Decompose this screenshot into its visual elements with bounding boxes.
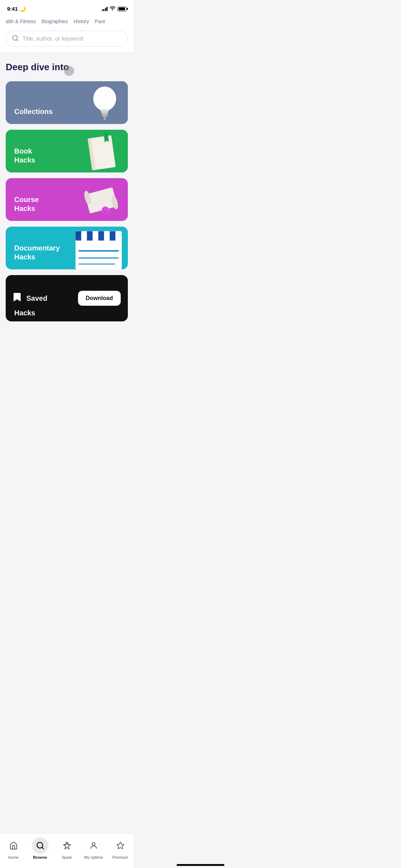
status-icons [102, 6, 127, 12]
signal-icon [102, 7, 108, 11]
documentary-hacks-card[interactable]: DocumentaryHacks [6, 227, 128, 269]
documentary-hacks-label: DocumentaryHacks [14, 244, 60, 262]
svg-rect-33 [110, 231, 115, 241]
svg-line-1 [17, 40, 18, 41]
battery-icon [118, 7, 126, 11]
course-hacks-card[interactable]: CourseHacks [6, 178, 128, 221]
svg-rect-4 [100, 109, 109, 112]
category-health-fitness[interactable]: alth & Fitness [6, 19, 36, 24]
category-parenting[interactable]: Pare [95, 19, 105, 24]
wifi-icon [110, 6, 115, 12]
saved-label: Saved [26, 294, 47, 303]
collections-illustration [85, 81, 124, 124]
category-row[interactable]: alth & Fitness Biographies History Pare [0, 16, 134, 28]
svg-rect-28 [81, 231, 87, 241]
svg-rect-7 [104, 116, 106, 120]
svg-point-3 [93, 87, 116, 111]
download-button[interactable]: Download [78, 291, 121, 306]
book-hacks-illustration [78, 130, 124, 172]
svg-rect-30 [93, 231, 98, 241]
saved-download-banner[interactable]: Saved Download Hacks [6, 275, 128, 321]
category-history[interactable]: History [74, 19, 89, 24]
svg-rect-5 [101, 112, 108, 114]
section-title: Deep dive into [6, 62, 128, 73]
documentary-hacks-illustration [67, 227, 128, 269]
search-placeholder: Title, author, or keyword [22, 36, 83, 42]
status-time: 9:41 🌙 [7, 6, 26, 12]
svg-rect-32 [104, 231, 110, 241]
svg-rect-29 [87, 231, 93, 241]
status-bar: 9:41 🌙 [0, 0, 134, 16]
book-hacks-card[interactable]: BookHacks [6, 130, 128, 172]
search-icon [12, 35, 19, 43]
svg-rect-34 [115, 231, 121, 241]
svg-rect-21 [75, 238, 122, 270]
collections-card[interactable]: Collections [6, 81, 128, 124]
course-hacks-illustration [80, 178, 126, 221]
book-hacks-label: BookHacks [14, 147, 35, 165]
search-bar[interactable]: Title, author, or keyword [6, 31, 128, 47]
hacks-label: Hacks [14, 309, 35, 317]
course-hacks-label: CourseHacks [14, 195, 39, 213]
moon-icon: 🌙 [19, 6, 26, 12]
svg-point-36 [121, 233, 126, 237]
svg-rect-31 [98, 231, 104, 241]
search-container: Title, author, or keyword [0, 28, 134, 52]
saved-left: Saved [13, 292, 47, 304]
category-biographies[interactable]: Biographies [42, 19, 68, 24]
collections-label: Collections [14, 107, 53, 116]
main-content: Deep dive into Collections [0, 52, 134, 327]
bookmark-icon [13, 292, 21, 304]
